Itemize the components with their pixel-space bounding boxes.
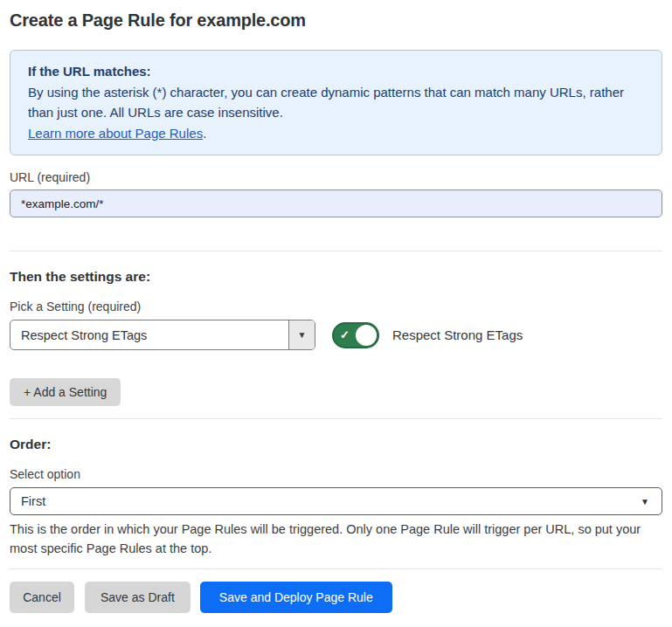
divider	[10, 418, 662, 419]
settings-section-heading: Then the settings are:	[10, 269, 662, 285]
order-select-label: Select option	[10, 467, 662, 481]
setting-row: Respect Strong ETags ▼ ✓ Respect Strong …	[10, 320, 662, 350]
info-box-body: By using the asterisk (*) character, you…	[28, 82, 644, 123]
info-box-link-line: Learn more about Page Rules.	[28, 123, 644, 144]
setting-toggle[interactable]: ✓	[332, 322, 379, 348]
order-select[interactable]: First ▼	[10, 487, 662, 515]
order-select-value: First	[21, 494, 641, 508]
toggle-knob	[356, 325, 377, 346]
url-input[interactable]	[10, 189, 662, 217]
divider	[10, 568, 662, 569]
check-icon: ✓	[340, 328, 350, 341]
setting-select[interactable]: Respect Strong ETags ▼	[10, 320, 315, 350]
chevron-down-icon: ▼	[641, 497, 649, 506]
order-section-heading: Order:	[10, 437, 662, 452]
setting-select-value: Respect Strong ETags	[10, 320, 288, 349]
save-and-deploy-button[interactable]: Save and Deploy Page Rule	[200, 582, 392, 613]
divider	[10, 251, 662, 251]
link-period: .	[203, 126, 206, 141]
learn-more-link[interactable]: Learn more about Page Rules	[28, 126, 203, 141]
page-title: Create a Page Rule for example.com	[10, 10, 662, 31]
info-box-heading: If the URL matches:	[28, 61, 644, 82]
order-help-text: This is the order in which your Page Rul…	[10, 520, 656, 558]
add-setting-button[interactable]: + Add a Setting	[10, 378, 121, 406]
url-match-info-box: If the URL matches: By using the asteris…	[10, 50, 662, 155]
url-field-label: URL (required)	[10, 170, 662, 184]
chevron-down-icon: ▼	[298, 330, 307, 340]
footer-actions: Cancel Save as Draft Save and Deploy Pag…	[10, 582, 662, 613]
save-as-draft-button[interactable]: Save as Draft	[85, 582, 191, 613]
page-rule-form: Create a Page Rule for example.com If th…	[0, 10, 672, 613]
cancel-button[interactable]: Cancel	[10, 582, 74, 613]
setting-select-arrow-button[interactable]: ▼	[288, 320, 315, 349]
setting-toggle-label: Respect Strong ETags	[392, 327, 523, 342]
setting-picker-label: Pick a Setting (required)	[10, 300, 662, 314]
setting-toggle-wrap: ✓ Respect Strong ETags	[332, 322, 523, 348]
